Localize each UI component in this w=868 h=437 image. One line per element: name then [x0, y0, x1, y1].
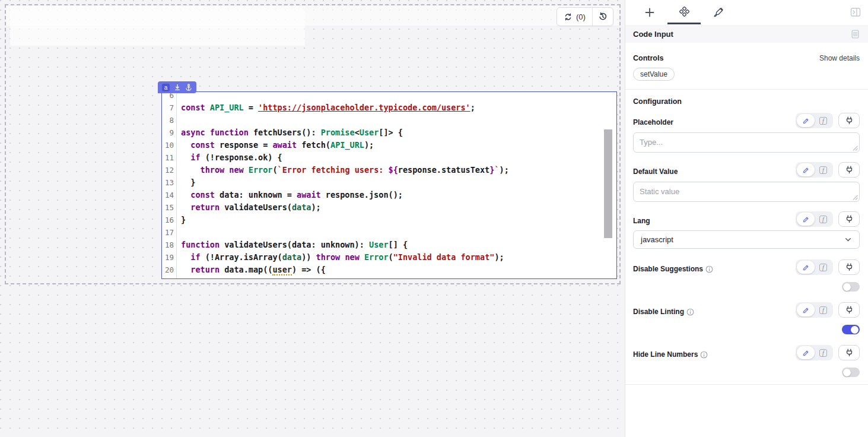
code-line: 20 return data.map((user) => ({ — [162, 264, 616, 276]
history-button[interactable] — [593, 8, 613, 26]
code-line: 15 return validateUsers(data); — [162, 201, 616, 214]
plug-button[interactable] — [838, 211, 860, 227]
fx-icon[interactable]: f — [815, 117, 832, 125]
info-icon — [700, 351, 708, 359]
tab-styles[interactable] — [701, 1, 736, 24]
line-number: 12 — [162, 164, 177, 176]
plug-button[interactable] — [838, 302, 860, 318]
code-editor[interactable]: 67const API_URL = 'https://jsonplacehold… — [162, 92, 616, 278]
info-icon — [686, 308, 694, 316]
field-label: Disable Suggestions — [633, 265, 703, 273]
code-line: 10 const response = await fetch(API_URL)… — [162, 139, 616, 151]
anchor-icon[interactable] — [185, 84, 192, 91]
pencil-icon[interactable] — [797, 213, 815, 226]
configuration-heading: Configuration — [633, 97, 860, 106]
line-number: 7 — [162, 102, 177, 114]
plug-button[interactable] — [838, 259, 860, 275]
code-text: return data.map((user) => ({ — [177, 264, 326, 276]
app-root: (0) a — [0, 0, 868, 437]
disable-suggestions-toggle[interactable] — [842, 282, 860, 292]
binding-mode-segment[interactable]: f — [796, 302, 833, 318]
binding-mode-segment[interactable]: f — [796, 345, 833, 360]
widget-handle-label[interactable]: a — [162, 84, 170, 91]
refresh-icon — [564, 12, 573, 21]
tab-add[interactable] — [632, 1, 667, 24]
binding-mode-segment[interactable]: f — [796, 259, 833, 275]
panel-bottom-divider — [625, 384, 868, 385]
code-text: const API_URL = 'https://jsonplaceholder… — [177, 102, 475, 114]
code-input-widget[interactable]: a 67const API_URL = 'https://jsonplaceho… — [161, 91, 617, 279]
code-line: 18function validateUsers(data: unknown):… — [162, 239, 616, 251]
fx-icon[interactable]: f — [815, 306, 832, 314]
arrow-down-to-bar-icon[interactable] — [174, 84, 181, 91]
plus-icon — [645, 8, 654, 17]
pencil-icon[interactable] — [797, 303, 815, 316]
lang-select[interactable]: javascript — [633, 230, 860, 249]
tab-components[interactable] — [667, 1, 701, 24]
code-line: 16} — [162, 214, 616, 226]
fx-icon[interactable]: f — [815, 349, 832, 357]
config-field-lang: Lang f — [633, 211, 860, 249]
plug-button[interactable] — [838, 113, 860, 128]
paintbrush-icon — [713, 7, 724, 18]
pencil-icon[interactable] — [797, 346, 815, 359]
document-icon[interactable] — [850, 29, 860, 39]
code-lines: 67const API_URL = 'https://jsonplacehold… — [162, 92, 616, 278]
code-line: 19 if (!Array.isArray(data)) throw new E… — [162, 251, 616, 264]
refresh-button[interactable]: (0) — [557, 8, 593, 26]
code-line: 8 — [162, 114, 616, 126]
line-number: 19 — [162, 251, 177, 264]
code-line: 9async function fetchUsers(): Promise<Us… — [162, 126, 616, 139]
pencil-icon[interactable] — [797, 261, 815, 274]
line-number: 9 — [162, 126, 177, 139]
code-line: 13 } — [162, 176, 616, 189]
panel-collapse-icon[interactable] — [850, 7, 861, 17]
default-value-input[interactable] — [633, 182, 860, 202]
plug-button[interactable] — [838, 162, 860, 178]
config-field-disable-linting: Disable Linting f — [633, 302, 860, 334]
show-details-link[interactable]: Show details — [819, 54, 860, 62]
binding-mode-segment[interactable]: f — [796, 211, 833, 227]
code-line: 12 throw new Error(`Error fetching users… — [162, 164, 616, 176]
config-field-disable-suggestions: Disable Suggestions f — [633, 259, 860, 292]
code-line: 17 — [162, 226, 616, 239]
line-number: 17 — [162, 226, 177, 239]
disable-linting-toggle[interactable] — [842, 325, 860, 334]
fx-icon[interactable]: f — [815, 264, 832, 271]
app-canvas[interactable]: (0) a — [0, 0, 625, 437]
line-number: 8 — [162, 114, 177, 126]
plug-button[interactable] — [838, 345, 860, 360]
pencil-icon[interactable] — [797, 114, 815, 127]
fx-icon[interactable]: f — [815, 216, 832, 223]
placeholder-input[interactable] — [633, 132, 860, 153]
controls-heading: Controls — [633, 54, 663, 62]
components-icon — [679, 7, 690, 18]
code-text: } — [177, 176, 195, 189]
code-text: const data: unknown = await response.jso… — [177, 189, 403, 201]
code-line: 6 — [162, 92, 616, 102]
history-icon — [598, 12, 608, 21]
line-number: 16 — [162, 214, 177, 226]
code-text — [177, 226, 181, 239]
code-text: if (!response.ok) { — [177, 151, 282, 164]
code-text: } — [177, 214, 186, 226]
line-number: 20 — [162, 264, 177, 276]
code-text: if (!Array.isArray(data)) throw new Erro… — [177, 251, 504, 264]
configuration-fields: Placeholder f — [633, 113, 860, 377]
binding-mode-segment[interactable]: f — [796, 113, 833, 128]
hide-line-numbers-toggle[interactable] — [842, 368, 860, 377]
field-label: Disable Linting — [633, 308, 684, 316]
code-text: const response = await fetch(API_URL); — [177, 139, 374, 151]
code-line: 21 — [162, 276, 616, 278]
fx-icon[interactable]: f — [815, 166, 832, 174]
control-chip-setvalue[interactable]: setValue — [633, 68, 675, 81]
chevron-down-icon — [844, 236, 852, 243]
inspector-tabbar — [625, 0, 868, 24]
line-number: 21 — [162, 276, 177, 278]
binding-mode-segment[interactable]: f — [796, 162, 833, 178]
pencil-icon[interactable] — [797, 163, 815, 176]
editor-scrollbar[interactable] — [604, 129, 612, 238]
field-label: Default Value — [633, 167, 678, 176]
panel-body: Controls Show details setValue Configura… — [625, 54, 868, 377]
widget-handle[interactable]: a — [158, 81, 196, 93]
